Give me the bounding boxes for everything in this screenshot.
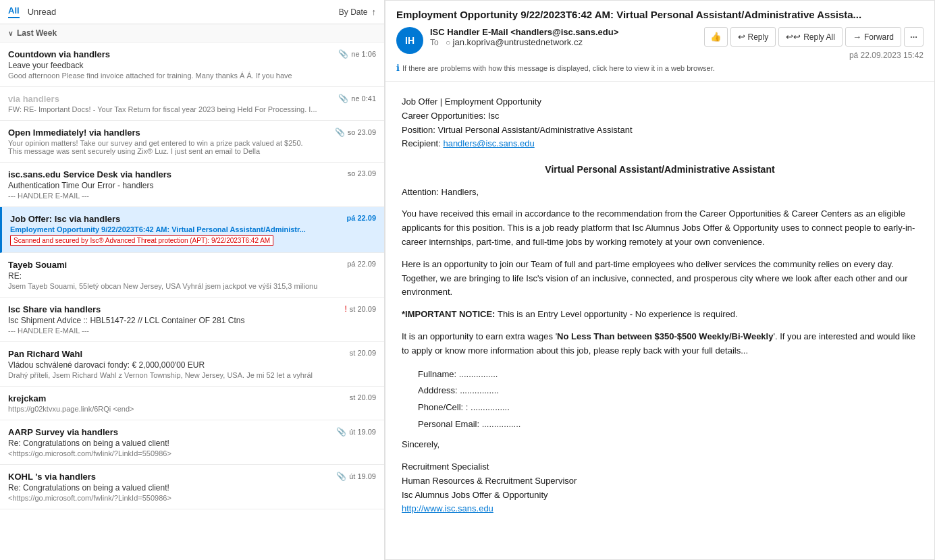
email-date: pá 22.09 bbox=[347, 260, 376, 268]
list-item[interactable]: Countdown via handlers 📎 ne 1:06 Leave y… bbox=[0, 43, 384, 87]
to-label: To bbox=[430, 38, 443, 47]
email-preview-2: This message was sent securely using Zix… bbox=[8, 147, 376, 155]
email-preview: <https://go.microsoft.com/fwlink/?LinkId… bbox=[8, 449, 376, 457]
list-item[interactable]: isc.sans.edu Service Desk via handlers s… bbox=[0, 163, 384, 207]
email-detail-title: Employment Opportunity 9/22/2023T6:42 AM… bbox=[396, 9, 924, 20]
email-subject-selected: Employment Opportunity 9/22/2023T6:42 AM… bbox=[10, 225, 376, 233]
email-subject: Authentication Time Our Error - handlers bbox=[8, 181, 376, 190]
body-wages: It is an opportunity to earn extra wages… bbox=[402, 330, 918, 358]
to-line: To ○ jan.kopriva@untrustednetwork.cz bbox=[430, 37, 618, 47]
sort-direction-button[interactable]: ↑ bbox=[372, 7, 377, 17]
email-meta: so 23.09 bbox=[348, 169, 376, 177]
sort-by-date-button[interactable]: By Date bbox=[339, 7, 368, 17]
recipient-radio: ○ bbox=[446, 38, 453, 47]
email-subject: Re: Congratulations on being a valued cl… bbox=[8, 483, 376, 493]
reply-all-button[interactable]: ↩↩ Reply All bbox=[778, 27, 843, 47]
email-date: út 19.09 bbox=[349, 472, 376, 480]
like-button[interactable]: 👍 bbox=[704, 27, 728, 47]
email-body: Job Offer | Employment Opportunity Caree… bbox=[385, 82, 934, 559]
reply-button[interactable]: ↩ Reply bbox=[730, 27, 776, 47]
list-item[interactable]: AARP Survey via handlers 📎 út 19.09 Re: … bbox=[0, 420, 384, 465]
email-detail-header: Employment Opportunity 9/22/2023T6:42 AM… bbox=[385, 1, 934, 82]
body-attention: Attention: Handlers, bbox=[402, 186, 918, 200]
reply-all-label: Reply All bbox=[803, 32, 835, 42]
email-date: ne 0:41 bbox=[351, 94, 376, 103]
list-item[interactable]: Isc Share via handlers ! st 20.09 Isc Sh… bbox=[0, 298, 384, 342]
forward-button[interactable]: → Forward bbox=[845, 27, 901, 47]
body-form: Fullname: ................ Adddress: ...… bbox=[418, 366, 918, 433]
email-preview: --- HANDLER E-MAIL --- bbox=[8, 327, 376, 335]
more-actions-button[interactable]: ··· bbox=[904, 27, 924, 47]
email-preview: FW: RE- Important Docs! - Your Tax Retur… bbox=[8, 105, 376, 113]
info-icon: ℹ bbox=[396, 63, 400, 73]
body-important: *IMPORTANT NOTICE: This is an Entry Leve… bbox=[402, 308, 918, 322]
email-sender: via handlers bbox=[8, 94, 333, 104]
list-item[interactable]: via handlers 📎 ne 0:41 FW: RE- Important… bbox=[0, 87, 384, 121]
email-sender: Tayeb Souami bbox=[8, 260, 342, 270]
form-address: Adddress: ................ bbox=[418, 383, 918, 399]
important-prefix: *IMPORTANT NOTICE: bbox=[402, 309, 498, 319]
body-para1: You have received this email in accordan… bbox=[402, 207, 918, 249]
email-meta: 📎 út 19.09 bbox=[336, 472, 376, 481]
body-sig3: Isc Alumnus Jobs Offer & Opportunity bbox=[402, 488, 918, 503]
list-item[interactable]: Pan Richard Wahl st 20.09 Vládou schvále… bbox=[0, 342, 384, 387]
section-label: Last Week bbox=[17, 28, 57, 38]
email-subject: Leave your feedback bbox=[8, 61, 376, 70]
email-preview: Your opinion matters! Take our survey an… bbox=[8, 139, 376, 147]
body-sig-link: http://www.isc.sans.edu bbox=[402, 502, 918, 516]
email-date: pá 22.09 bbox=[347, 214, 376, 222]
list-item[interactable]: Job Offer: Isc via handlers pá 22.09 Emp… bbox=[0, 207, 384, 253]
email-list-panel: All Unread By Date ↑ ∨ Last Week Countdo… bbox=[0, 0, 385, 560]
email-preview: <https://go.microsoft.com/fwlink/?LinkId… bbox=[8, 494, 376, 502]
email-sender: krejckam bbox=[8, 393, 344, 403]
tab-all[interactable]: All bbox=[8, 5, 20, 18]
forward-label: Forward bbox=[864, 32, 894, 42]
email-sender: KOHL 's via handlers bbox=[8, 472, 331, 482]
email-date: so 23.09 bbox=[348, 128, 376, 136]
email-sender: Job Offer: Isc via handlers bbox=[10, 214, 342, 224]
attachment-icon: 📎 bbox=[335, 128, 345, 137]
email-subject: Vládou schválené darovací fondy: € 2,000… bbox=[8, 360, 376, 370]
body-line1: Job Offer | Employment Opportunity bbox=[402, 95, 918, 109]
email-meta: ! st 20.09 bbox=[345, 304, 376, 314]
important-text: This is an Entry Level opportunity - No … bbox=[498, 309, 738, 319]
email-meta: 📎 út 19.09 bbox=[336, 427, 376, 437]
list-item[interactable]: Tayeb Souami pá 22.09 RE: Jsem Tayeb Sou… bbox=[0, 253, 384, 298]
email-meta: 📎 so 23.09 bbox=[335, 128, 376, 137]
sender-name: ISC Handler E-Mail <handlers@isc.sans.ed… bbox=[430, 27, 618, 37]
email-subject: Re: Congratulations on being a valued cl… bbox=[8, 439, 376, 448]
body-sincerely: Sincerely, bbox=[402, 438, 918, 452]
email-sender: isc.sans.edu Service Desk via handlers bbox=[8, 169, 342, 179]
email-sender: Open Immediately! via handlers bbox=[8, 128, 329, 138]
atp-badge: Scanned and secured by Isc® Advanced Thr… bbox=[10, 235, 273, 246]
list-item[interactable]: KOHL 's via handlers 📎 út 19.09 Re: Cong… bbox=[0, 465, 384, 509]
body-line2: Career Opportunities: Isc bbox=[402, 109, 918, 123]
attachment-icon: 📎 bbox=[336, 472, 346, 481]
body-intro: Job Offer | Employment Opportunity Caree… bbox=[402, 95, 918, 151]
tab-unread[interactable]: Unread bbox=[28, 7, 57, 17]
email-date: ne 1:06 bbox=[351, 50, 376, 58]
list-item[interactable]: krejckam st 20.09 https://g02ktvxu.page.… bbox=[0, 387, 384, 420]
reply-icon: ↩ bbox=[738, 32, 745, 42]
wages-bold: No Less Than between $350-$500 Weekly/Bi… bbox=[557, 331, 773, 341]
list-item[interactable]: Open Immediately! via handlers 📎 so 23.0… bbox=[0, 121, 384, 163]
recipient-label: Recipient: bbox=[402, 138, 443, 148]
info-bar[interactable]: ℹ If there are problems with how this me… bbox=[396, 60, 924, 76]
sender-info: IH ISC Handler E-Mail <handlers@isc.sans… bbox=[396, 27, 618, 54]
forward-icon: → bbox=[853, 32, 861, 42]
email-preview: Good afternoon Please find invoice attac… bbox=[8, 72, 376, 80]
body-para2: Here is an opportunity to join our Team … bbox=[402, 258, 918, 300]
email-preview: --- HANDLER E-MAIL --- bbox=[8, 192, 376, 200]
sig-link[interactable]: http://www.isc.sans.edu bbox=[402, 503, 493, 513]
form-email: Personal Email: ................ bbox=[418, 416, 918, 433]
form-fullname: Fullname: ................ bbox=[418, 366, 918, 383]
email-subject: Isc Shipment Advice :: HBL5147-22 // LCL… bbox=[8, 316, 376, 325]
email-meta: 📎 ne 1:06 bbox=[338, 49, 376, 59]
section-header-last-week: ∨ Last Week bbox=[0, 24, 384, 43]
reply-all-icon: ↩↩ bbox=[786, 32, 801, 42]
email-subject: RE: bbox=[8, 271, 376, 281]
recipient-link[interactable]: handlers@isc.sans.edu bbox=[443, 138, 534, 148]
email-meta: pá 22.09 bbox=[347, 260, 376, 268]
email-preview: Jsem Tayeb Souami, 55letý obcan New Jers… bbox=[8, 282, 376, 290]
email-sender: Pan Richard Wahl bbox=[8, 349, 344, 359]
